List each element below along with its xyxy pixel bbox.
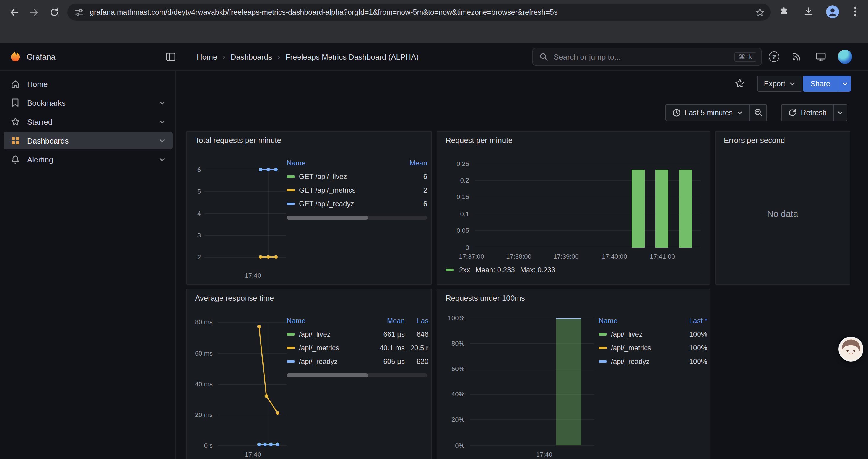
search-shortcut: ⌘+k — [735, 52, 756, 62]
panel-total-requests: Total requests per minute 6 5 4 3 2 17:4… — [186, 131, 432, 285]
panel-requests-under-100ms: Requests under 100ms 100% 80% 60% 40% 20… — [437, 289, 710, 459]
chevron-down-icon[interactable] — [159, 137, 165, 144]
x-tick: 17:38:00 — [500, 253, 538, 260]
sidebar-item-starred[interactable]: Starred — [4, 113, 173, 131]
chevron-down-icon — [842, 80, 848, 87]
legend-value: 40.1 ms — [370, 343, 405, 352]
series-color-dash — [598, 347, 607, 349]
scrollbar-thumb[interactable] — [286, 373, 368, 378]
help-icon[interactable]: ? — [769, 52, 779, 62]
legend-table: NameMeanLas/api/_livez661 µs646/api/_met… — [286, 314, 428, 368]
legend-name[interactable]: /api/_livez — [286, 330, 370, 338]
chevron-down-icon[interactable] — [159, 156, 165, 163]
legend-header[interactable]: Las — [405, 317, 428, 325]
url-bar[interactable] — [67, 4, 771, 21]
data-point — [267, 255, 270, 259]
refresh-interval-button[interactable] — [833, 104, 847, 121]
search-box[interactable]: ⌘+k — [532, 48, 762, 66]
legend-name[interactable]: GET /api/_livez — [286, 172, 400, 181]
panel-title[interactable]: Errors per second — [724, 136, 785, 145]
extensions-icon[interactable] — [779, 6, 789, 17]
legend-name[interactable]: /api/_metrics — [598, 343, 677, 352]
legend-header-row: NameMean — [286, 157, 427, 169]
legend-header[interactable]: Name — [286, 159, 400, 167]
breadcrumb-dashboards[interactable]: Dashboards — [231, 52, 272, 61]
refresh-button[interactable]: Refresh — [781, 104, 834, 121]
data-point — [263, 443, 267, 446]
assistant-avatar[interactable] — [838, 337, 863, 362]
panel-average-response-time: Average response time 80 ms 60 ms 40 ms … — [186, 289, 432, 459]
browser-profile-avatar[interactable] — [826, 5, 839, 18]
brand-name: Grafana — [27, 53, 56, 61]
sidebar-toggle-icon[interactable] — [165, 52, 176, 62]
browser-menu-icon[interactable] — [851, 6, 860, 17]
legend-row: GET /api/_livez6 — [286, 169, 427, 183]
zoom-out-button[interactable] — [749, 104, 767, 121]
favorite-star-icon[interactable] — [735, 78, 745, 89]
sidebar-item-dashboards[interactable]: Dashboards — [4, 132, 173, 150]
home-icon — [11, 79, 20, 89]
search-input[interactable] — [553, 52, 730, 62]
data-point — [269, 443, 273, 446]
time-range-button[interactable]: Last 5 minutes — [665, 104, 750, 121]
share-dropdown-button[interactable] — [838, 76, 851, 92]
legend-name[interactable]: /api/_livez — [598, 330, 677, 338]
downloads-icon[interactable] — [804, 6, 814, 17]
bar — [632, 169, 645, 248]
legend-name[interactable]: /api/_readyz — [598, 357, 677, 365]
legend-name[interactable]: GET /api/_metrics — [286, 186, 400, 194]
legend-row: /api/_readyz605 µs620 — [286, 355, 428, 368]
legend-value: 100% — [677, 343, 707, 352]
back-button[interactable] — [6, 4, 22, 20]
legend-header[interactable]: Mean — [400, 159, 427, 167]
site-info-icon[interactable] — [75, 8, 83, 16]
legend-header[interactable]: Last * — [677, 317, 707, 325]
legend-header[interactable]: Mean — [370, 317, 405, 325]
series-name[interactable]: 2xx — [459, 266, 470, 274]
scrollbar-thumb[interactable] — [286, 216, 368, 220]
bookmark-star-icon[interactable] — [755, 7, 765, 17]
sidebar: Home Bookmarks Starred Dashboards Alerti… — [0, 71, 176, 459]
grafana-logo[interactable] — [9, 50, 22, 63]
x-tick: 17:40:00 — [596, 253, 633, 260]
legend-name[interactable]: /api/_metrics — [286, 343, 370, 352]
breadcrumb-home[interactable]: Home — [197, 52, 217, 61]
sidebar-item-label: Alerting — [27, 155, 53, 164]
export-button[interactable]: Export — [757, 76, 802, 92]
legend-scrollbar[interactable] — [286, 373, 427, 378]
legend-header[interactable]: Name — [598, 317, 677, 325]
chevron-down-icon[interactable] — [159, 119, 165, 125]
display-icon[interactable] — [815, 52, 826, 61]
search-icon — [539, 53, 548, 61]
x-tick: 17:39:00 — [547, 253, 585, 260]
sidebar-item-label: Dashboards — [27, 136, 68, 145]
series-color-dash — [286, 175, 295, 177]
legend-name[interactable]: /api/_readyz — [286, 357, 370, 365]
sidebar-item-bookmarks[interactable]: Bookmarks — [4, 94, 173, 112]
legend-header[interactable]: Name — [286, 317, 370, 325]
forward-button[interactable] — [26, 4, 42, 20]
avatar-face — [840, 338, 862, 360]
legend-header-row: NameLast * — [598, 314, 707, 327]
legend-row: /api/_readyz100% — [598, 355, 707, 368]
user-avatar[interactable] — [838, 50, 852, 64]
chevron-down-icon[interactable] — [159, 100, 165, 106]
clock-icon — [672, 108, 680, 117]
share-button[interactable]: Share — [803, 76, 838, 92]
sidebar-item-home[interactable]: Home — [4, 75, 173, 93]
legend-value: 6 — [400, 172, 427, 181]
time-range-label: Last 5 minutes — [685, 108, 733, 117]
panel-errors-per-second: Errors per second No data — [715, 131, 850, 285]
browser-window: Freeleaps 收藏博客 Grafana Home › Dashboards… — [0, 0, 868, 459]
sidebar-item-label: Home — [27, 79, 48, 88]
news-icon[interactable] — [792, 52, 801, 61]
url-input[interactable] — [89, 7, 750, 17]
legend-scrollbar[interactable] — [286, 216, 427, 220]
data-point — [274, 255, 278, 259]
x-tick: 17:41:00 — [644, 253, 681, 260]
reload-button[interactable] — [46, 4, 62, 20]
refresh-icon — [788, 108, 797, 117]
legend-name[interactable]: GET /api/_readyz — [286, 199, 400, 208]
data-point — [257, 325, 261, 328]
sidebar-item-alerting[interactable]: Alerting — [4, 151, 173, 168]
